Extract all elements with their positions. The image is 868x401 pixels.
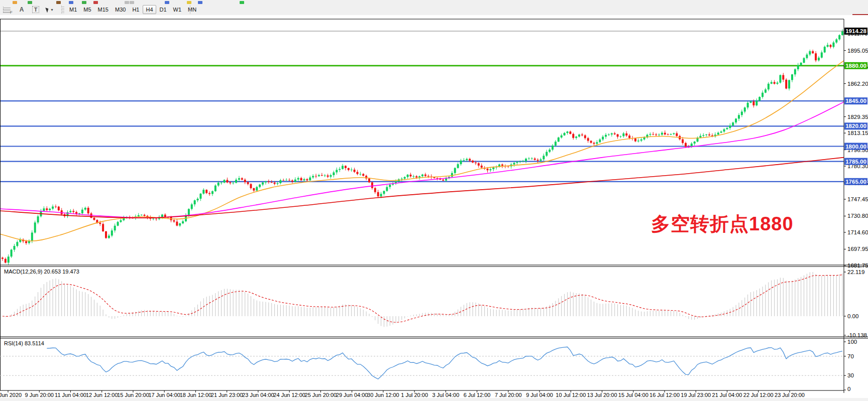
time-tick-label: 16 Jul 12:00 xyxy=(649,392,680,398)
candle-body xyxy=(622,133,624,137)
candle-body xyxy=(774,82,776,84)
macd-axis-label: -10.138 xyxy=(847,332,867,338)
candle-body xyxy=(81,210,83,213)
candle-body xyxy=(694,142,696,144)
candle-body xyxy=(794,69,796,74)
current-price-badge-text: 1914.28 xyxy=(845,28,866,34)
candle-body xyxy=(235,180,237,183)
candle-body xyxy=(49,209,51,210)
hline-price-badge-text: 1820.00 xyxy=(845,123,866,129)
candle-body xyxy=(401,179,403,179)
candle-body xyxy=(492,168,494,170)
candle-body xyxy=(522,161,524,162)
chart-canvas[interactable]: 1911.701895.051878.851862.201829.351813.… xyxy=(0,0,868,401)
time-tick-label: 10 Jul 12:00 xyxy=(556,392,586,398)
candle-body xyxy=(288,180,290,181)
candle-body xyxy=(268,181,270,182)
candle-body xyxy=(421,175,423,176)
candle-body xyxy=(271,182,273,183)
candle-body xyxy=(755,101,757,105)
hline-price-badge-text: 1800.00 xyxy=(845,144,866,150)
candle-body xyxy=(566,131,568,133)
candle-body xyxy=(765,89,767,92)
candle-body xyxy=(628,136,630,138)
candle-body xyxy=(211,191,213,194)
candle-body xyxy=(723,129,725,132)
time-tick-label: 24 Jun 12:00 xyxy=(273,392,305,398)
candle-body xyxy=(265,181,267,182)
candle-body xyxy=(173,220,175,222)
candle-body xyxy=(93,218,95,220)
candle-body xyxy=(649,134,651,135)
candle-body xyxy=(407,175,409,177)
candle-body xyxy=(84,208,86,210)
candle-body xyxy=(640,140,642,141)
price-tick-label: 1730.80 xyxy=(847,213,868,219)
candle-body xyxy=(161,215,163,217)
candle-body xyxy=(602,137,604,140)
candle-body xyxy=(34,222,36,232)
candle-body xyxy=(797,65,799,69)
price-axis[interactable]: 1911.701895.051878.851862.201829.351813.… xyxy=(844,28,868,269)
candle-body xyxy=(481,166,483,168)
macd-axis-label: 0.00 xyxy=(847,313,858,319)
time-tick-label: 12 Jun 12:00 xyxy=(86,392,118,398)
price-tick-label: 1895.05 xyxy=(847,48,868,54)
candle-body xyxy=(634,139,636,142)
candle-body xyxy=(821,52,823,57)
time-tick-label: 30 Jun 12:00 xyxy=(367,392,399,398)
candle-body xyxy=(87,208,89,213)
time-tick-label: 13 Jul 20:00 xyxy=(587,392,617,398)
candle-body xyxy=(291,181,293,182)
candle-body xyxy=(226,180,228,182)
candle-body xyxy=(835,39,837,42)
candle-body xyxy=(549,150,551,152)
time-tick-label: 1 Jul 20:00 xyxy=(401,392,428,398)
candle-body xyxy=(809,51,811,55)
candle-body xyxy=(830,45,832,47)
candle-body xyxy=(519,162,521,162)
price-tick-label: 1697.95 xyxy=(847,246,868,252)
time-tick-label: 21 Jun 23:00 xyxy=(211,392,243,398)
candle-body xyxy=(558,138,560,142)
chart-text-annotation: 多空转折点1880 xyxy=(651,211,794,237)
candle-body xyxy=(599,140,601,142)
candle-body xyxy=(708,135,710,136)
candle-body xyxy=(418,176,420,177)
candle-body xyxy=(282,180,284,181)
candle-body xyxy=(412,176,414,177)
candle-body xyxy=(336,170,338,172)
time-tick-label: 25 Jun 20:00 xyxy=(305,392,337,398)
candle-body xyxy=(208,193,210,194)
candle-body xyxy=(552,146,554,150)
candle-body xyxy=(457,164,459,168)
price-tick-label: 1813.15 xyxy=(847,130,868,136)
candle-body xyxy=(762,93,764,97)
candle-body xyxy=(732,122,734,125)
candle-body xyxy=(300,178,302,181)
candle-body xyxy=(472,161,474,163)
candle-body xyxy=(368,179,370,183)
candle-body xyxy=(5,259,7,263)
candle-body xyxy=(69,211,71,212)
candle-body xyxy=(676,133,678,136)
candle-body xyxy=(374,188,376,192)
candle-body xyxy=(102,224,104,231)
candle-body xyxy=(409,175,411,176)
time-tick-label: 3 Jul 04:00 xyxy=(432,392,459,398)
candle-body xyxy=(191,204,193,209)
candle-body xyxy=(194,200,196,204)
candle-body xyxy=(838,35,840,39)
price-tick-label: 1747.45 xyxy=(847,196,868,202)
candle-body xyxy=(330,175,332,177)
candle-body xyxy=(377,192,379,196)
candle-body xyxy=(652,134,654,135)
candle-body xyxy=(752,101,754,105)
candle-body xyxy=(546,152,548,156)
candle-body xyxy=(13,246,15,249)
candle-body xyxy=(572,134,574,138)
hline-price-badge-text: 1845.00 xyxy=(845,98,866,104)
candle-body xyxy=(259,185,261,187)
time-axis[interactable]: 8 Jun 20209 Jun 20:0011 Jun 04:0012 Jun … xyxy=(0,390,805,398)
candle-body xyxy=(569,131,571,134)
